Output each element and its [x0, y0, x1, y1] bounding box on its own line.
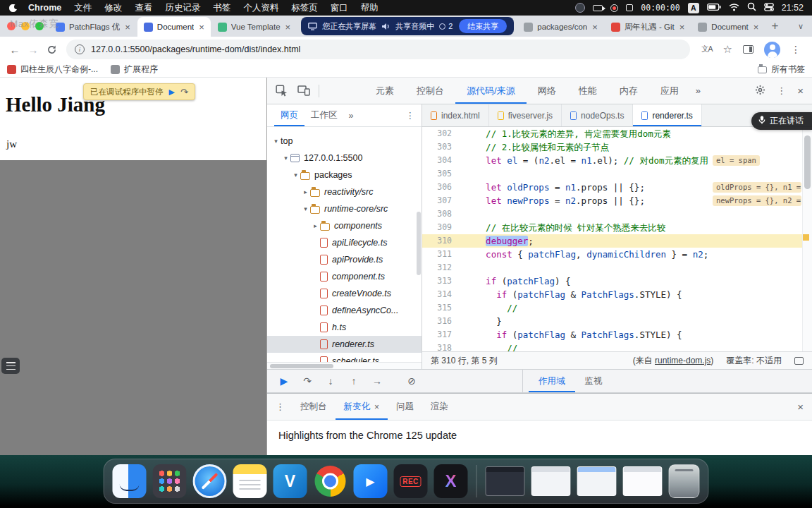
editor-tab-fiveserver.js[interactable]: fiveserver.js: [489, 104, 562, 126]
menu-item-8[interactable]: 窗口: [324, 2, 355, 14]
launchpad-dock-icon[interactable]: [153, 464, 187, 498]
step-out-button[interactable]: ↑: [345, 373, 362, 389]
zoom-window-button[interactable]: [35, 22, 44, 30]
profile-avatar[interactable]: [764, 42, 780, 58]
bookmark-item[interactable]: 四柱生辰八字命例-...: [7, 64, 98, 75]
editor-tab-nodeOps.ts[interactable]: nodeOps.ts: [562, 104, 633, 126]
meeting-dock-icon[interactable]: ▶: [354, 464, 388, 498]
meeting-app-icon[interactable]: [575, 3, 585, 13]
menubar-clock[interactable]: 21:52: [782, 3, 804, 13]
minimize-window-button[interactable]: [21, 22, 30, 30]
browser-tab[interactable]: PatchFlags 优×: [49, 17, 137, 37]
drawer-tab-问题[interactable]: 问题: [388, 394, 422, 420]
vscode-dock-icon[interactable]: V: [273, 464, 307, 498]
step-over-icon[interactable]: ↷: [180, 87, 188, 97]
side-panel-icon[interactable]: [743, 45, 753, 54]
minimized-window-thumbnail[interactable]: [623, 466, 663, 496]
drawer-menu-icon[interactable]: ⋮: [276, 401, 285, 412]
browser-tab[interactable]: 周年礼遇 - Git×: [605, 17, 691, 37]
navigator-horizontal-scrollbar[interactable]: [267, 362, 422, 369]
menu-item-4[interactable]: 历史记录: [159, 2, 207, 14]
sidebar-handle[interactable]: [1, 358, 20, 374]
code-editor[interactable]: 302 // 1.比较元素的差异, 肯定需要复用dom元素303 // 2.比较…: [422, 127, 812, 351]
recorder-dock-icon[interactable]: REC: [394, 464, 428, 498]
devtools-tab-1[interactable]: 控制台: [405, 78, 455, 104]
translate-icon[interactable]: 文A: [701, 44, 713, 54]
scrollbar-thumb[interactable]: [804, 135, 811, 189]
url-bar[interactable]: i 127.0.0.1:5500/packages/runtime-dom/di…: [66, 40, 690, 59]
device-toolbar-icon[interactable]: [297, 85, 310, 96]
menu-item-7[interactable]: 标签页: [285, 2, 324, 14]
line-number[interactable]: 314: [422, 288, 465, 301]
line-number[interactable]: 303: [422, 140, 465, 154]
search-icon[interactable]: [747, 2, 756, 13]
devtools-tab-4[interactable]: 性能: [567, 78, 608, 104]
whats-new-heading[interactable]: Highlights from the Chrome 125 update: [278, 430, 457, 441]
tab-search-chevron[interactable]: ∨: [798, 22, 804, 31]
tree-item-apiProvide.ts[interactable]: apiProvide.ts: [267, 251, 422, 268]
control-center-icon[interactable]: [764, 3, 774, 13]
tab-close-icon[interactable]: ×: [592, 22, 598, 32]
tab-close-icon[interactable]: ×: [753, 22, 759, 32]
browser-tab[interactable]: Document×: [137, 17, 211, 37]
stop-icon[interactable]: [626, 4, 633, 11]
inspect-element-icon[interactable]: [276, 85, 288, 97]
tree-item-scheduler.ts[interactable]: scheduler.ts: [267, 353, 422, 362]
tree-item-defineAsyncCo...[interactable]: defineAsyncCo...: [267, 302, 422, 319]
tree-item-top[interactable]: ▾top: [267, 133, 422, 150]
menu-item-9[interactable]: 帮助: [355, 2, 385, 14]
notes-dock-icon[interactable]: [233, 464, 267, 498]
navigator-more-chevron[interactable]: »: [344, 111, 359, 121]
editor-tab-index.html[interactable]: index.html: [422, 104, 489, 126]
chrome-dock-icon[interactable]: [314, 464, 347, 498]
devtools-tab-6[interactable]: 应用: [649, 78, 690, 104]
line-number[interactable]: 309: [422, 221, 465, 234]
tree-item-runtime-core/src[interactable]: ▾runtime-core/src: [267, 200, 422, 217]
line-number[interactable]: 304: [422, 154, 465, 167]
design-dock-icon[interactable]: X: [434, 464, 468, 498]
safari-dock-icon[interactable]: [193, 464, 227, 498]
drawer-tab-新变化[interactable]: 新变化×: [336, 394, 388, 420]
finder-dock-icon[interactable]: [113, 464, 147, 498]
step-over-button[interactable]: ↷: [299, 373, 316, 389]
tree-item-h.ts[interactable]: h.ts: [267, 319, 422, 336]
menu-item-1[interactable]: 文件: [68, 2, 98, 14]
sidebar-tab-作用域[interactable]: 作用域: [529, 370, 575, 392]
line-number[interactable]: 308: [422, 207, 465, 221]
close-window-button[interactable]: [7, 22, 16, 30]
line-number[interactable]: 312: [422, 261, 465, 274]
menu-item-5[interactable]: 书签: [207, 2, 237, 14]
browser-menu-icon[interactable]: ⋮: [791, 44, 801, 55]
line-number[interactable]: 313: [422, 274, 465, 288]
record-icon[interactable]: [610, 4, 618, 12]
battery-icon[interactable]: [707, 3, 721, 13]
line-number[interactable]: 318: [422, 341, 465, 351]
line-number[interactable]: 311: [422, 248, 465, 261]
more-tabs-chevron[interactable]: »: [690, 78, 706, 104]
tab-close-icon[interactable]: ×: [199, 22, 204, 32]
tree-item-127.0.0.1:5500[interactable]: ▾127.0.0.1:5500: [267, 150, 422, 167]
minimized-window-thumbnail[interactable]: [486, 466, 525, 496]
browser-tab[interactable]: Vue Template×: [211, 17, 297, 37]
line-number[interactable]: 306: [422, 181, 465, 194]
menu-item-6[interactable]: 个人资料: [237, 2, 285, 14]
line-number[interactable]: 310: [422, 234, 465, 248]
tab-close-icon[interactable]: ×: [679, 22, 685, 32]
tree-item-component.ts[interactable]: component.ts: [267, 268, 422, 285]
devtools-tab-5[interactable]: 内存: [608, 78, 649, 104]
tab-close-icon[interactable]: ×: [285, 22, 291, 32]
back-button[interactable]: ←: [6, 40, 24, 59]
devtools-tab-0[interactable]: 元素: [364, 78, 405, 104]
line-number[interactable]: 317: [422, 328, 465, 341]
devtools-tab-3[interactable]: 网络: [527, 78, 567, 104]
navigator-tab-0[interactable]: 网页: [274, 104, 304, 126]
menu-item-0[interactable]: Chrome: [22, 3, 68, 13]
source-file-link[interactable]: runtime-dom.js: [655, 356, 710, 365]
deactivate-breakpoints-button[interactable]: ⊘: [403, 373, 420, 389]
step-into-button[interactable]: ↓: [322, 373, 339, 389]
drawer-close-icon[interactable]: ×: [797, 401, 804, 413]
drawer-tab-控制台[interactable]: 控制台: [292, 394, 336, 420]
bookmark-star-icon[interactable]: ☆: [723, 43, 732, 56]
tree-item-apiLifecycle.ts[interactable]: apiLifecycle.ts: [267, 234, 422, 251]
editor-tab-renderer.ts[interactable]: renderer.ts: [633, 104, 701, 126]
